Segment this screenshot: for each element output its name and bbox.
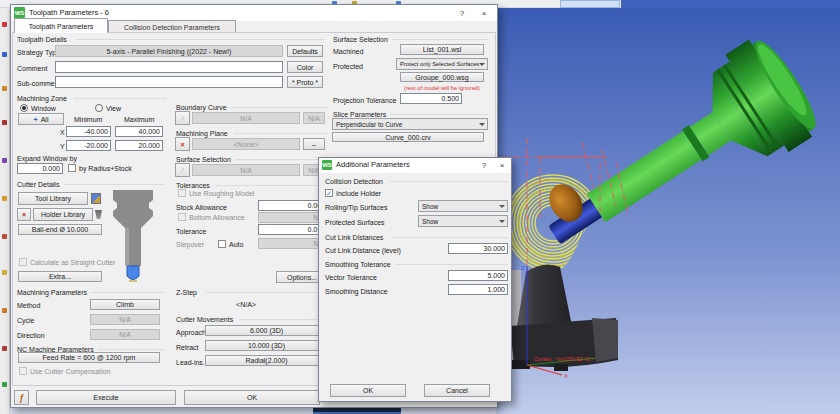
additional-ok-button[interactable]: OK bbox=[330, 384, 406, 397]
smoothing-distance-input[interactable]: 1.000 bbox=[448, 284, 508, 295]
include-holder-checkbox[interactable]: ✓ bbox=[325, 189, 333, 197]
protected-surfaces-value: Show bbox=[422, 218, 438, 225]
app-icon: WS bbox=[322, 160, 332, 170]
vector-tolerance-input[interactable]: 5.000 bbox=[448, 270, 508, 281]
cut-link-distance-input[interactable]: 30.000 bbox=[448, 243, 508, 254]
rolling-tip-select[interactable]: Show bbox=[418, 200, 508, 212]
additional-dialog-title: Additional Parameters bbox=[336, 161, 410, 169]
close-button[interactable]: × bbox=[496, 160, 508, 171]
smoothing-distance-label: Smoothing Distance bbox=[325, 288, 388, 296]
cut-link-distance-label: Cut Link Distance (level) bbox=[325, 247, 401, 255]
smoothing-caption: Smoothing Tolerance bbox=[325, 261, 391, 268]
vector-tolerance-label: Vector Tolerance bbox=[325, 274, 377, 282]
chevron-down-icon bbox=[499, 205, 505, 211]
cut-link-caption: Cut Link Distances bbox=[325, 234, 383, 241]
include-holder-label[interactable]: Include Holder bbox=[336, 190, 381, 198]
additional-cancel-button[interactable]: Cancel bbox=[424, 384, 490, 397]
rolling-tip-value: Show bbox=[422, 203, 438, 210]
protected-surfaces-label: Protected Surfaces bbox=[325, 219, 385, 227]
additional-parameters-dialog: WS Additional Parameters ? × Collision D… bbox=[0, 0, 840, 414]
help-button[interactable]: ? bbox=[478, 160, 490, 171]
protected-surfaces-select[interactable]: Show bbox=[418, 215, 508, 227]
chevron-down-icon bbox=[499, 220, 505, 226]
rolling-tip-label: Rolling/Tip Surfaces bbox=[325, 204, 387, 212]
collision-detection-caption: Collision Detection bbox=[325, 178, 383, 185]
